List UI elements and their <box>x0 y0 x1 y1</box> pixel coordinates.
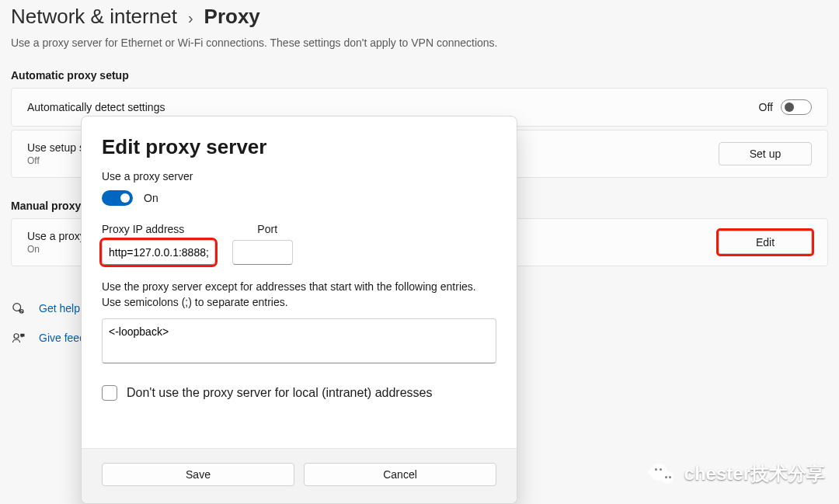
cancel-button[interactable]: Cancel <box>304 463 496 486</box>
watermark: chester技术分享 <box>650 461 825 487</box>
proxy-ip-label: Proxy IP address <box>102 223 184 235</box>
watermark-text: chester技术分享 <box>684 461 825 486</box>
dialog-title: Edit proxy server <box>102 135 496 159</box>
use-proxy-label: Use a proxy server <box>102 170 496 182</box>
proxy-ip-input[interactable] <box>102 240 215 265</box>
exceptions-input[interactable]: <-loopback> <box>102 318 496 363</box>
modal-overlay: Edit proxy server Use a proxy server On … <box>0 0 839 504</box>
toggle-state-label: On <box>144 192 158 204</box>
port-input[interactable] <box>232 240 293 265</box>
local-bypass-checkbox[interactable] <box>102 385 117 401</box>
dialog-footer: Save Cancel <box>82 448 517 503</box>
edit-proxy-dialog: Edit proxy server Use a proxy server On … <box>81 116 517 504</box>
port-label: Port <box>257 223 277 235</box>
exceptions-help-text: Use the proxy server except for addresse… <box>102 279 496 311</box>
local-bypass-label: Don't use the proxy server for local (in… <box>127 386 432 400</box>
wechat-icon <box>650 461 677 487</box>
toggle-use-proxy[interactable] <box>102 190 133 206</box>
save-button[interactable]: Save <box>102 463 294 486</box>
